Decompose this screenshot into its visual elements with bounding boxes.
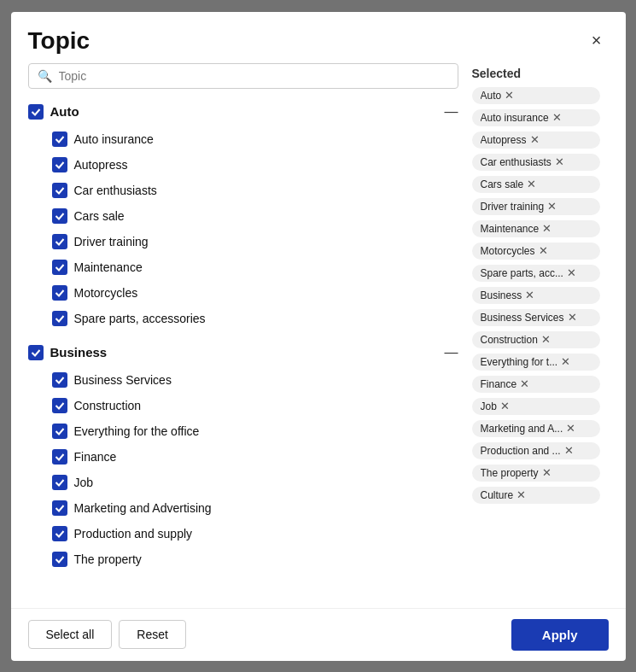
tag-remove-button[interactable]: ✕ bbox=[500, 400, 510, 412]
item-checkbox[interactable] bbox=[52, 475, 67, 490]
selected-tag: Auto insurance ✕ bbox=[472, 109, 600, 126]
tag-remove-button[interactable]: ✕ bbox=[564, 445, 574, 456]
search-box[interactable]: 🔍 bbox=[28, 63, 458, 89]
tag-text: Culture bbox=[481, 489, 514, 501]
item-checkbox[interactable] bbox=[52, 449, 67, 465]
tree-item[interactable]: Job bbox=[52, 470, 458, 495]
group-label-business: Business bbox=[50, 345, 441, 359]
item-checkbox[interactable] bbox=[52, 208, 67, 224]
tag-remove-button[interactable]: ✕ bbox=[566, 423, 575, 434]
item-checkbox[interactable] bbox=[52, 500, 67, 516]
tag-remove-button[interactable]: ✕ bbox=[530, 134, 540, 145]
tree-item[interactable]: Driver training bbox=[52, 229, 458, 254]
tag-remove-button[interactable]: ✕ bbox=[516, 489, 526, 500]
checkbox-auto[interactable] bbox=[28, 104, 44, 120]
item-label: Finance bbox=[74, 450, 117, 464]
group-auto[interactable]: Auto — Auto insurance Autopress Car enth… bbox=[28, 97, 458, 331]
tag-remove-button[interactable]: ✕ bbox=[505, 90, 514, 101]
tree-item[interactable]: Maintenance bbox=[52, 254, 458, 280]
group-children-business: Business Services Construction Everythin… bbox=[28, 367, 458, 572]
selected-tag: Driver training ✕ bbox=[472, 198, 600, 215]
tag-remove-button[interactable]: ✕ bbox=[542, 223, 551, 234]
tree-item[interactable]: Marketing and Advertising bbox=[52, 495, 458, 521]
tag-remove-button[interactable]: ✕ bbox=[527, 178, 536, 190]
item-checkbox[interactable] bbox=[52, 183, 67, 198]
tag-text: Car enthusiasts bbox=[481, 156, 551, 168]
tag-remove-button[interactable]: ✕ bbox=[568, 312, 577, 323]
tag-remove-button[interactable]: ✕ bbox=[520, 378, 529, 389]
item-checkbox[interactable] bbox=[52, 131, 67, 147]
group-header-business[interactable]: Business — bbox=[28, 338, 458, 367]
footer-left: Select all Reset bbox=[28, 620, 186, 649]
tree-item[interactable]: Production and supply bbox=[52, 521, 458, 546]
tree-item[interactable]: Construction bbox=[52, 393, 458, 418]
selected-tag: Business ✕ bbox=[472, 287, 600, 304]
tag-text: Production and ... bbox=[481, 445, 561, 457]
item-checkbox[interactable] bbox=[52, 311, 67, 326]
tag-remove-button[interactable]: ✕ bbox=[525, 289, 534, 301]
collapse-icon-business[interactable]: — bbox=[445, 345, 458, 360]
selected-tag: Business Services ✕ bbox=[472, 309, 600, 326]
item-checkbox[interactable] bbox=[52, 398, 67, 413]
topic-tree: Auto — Auto insurance Autopress Car enth… bbox=[28, 97, 458, 608]
item-label: Production and supply bbox=[74, 527, 193, 541]
selected-tag: Auto ✕ bbox=[472, 87, 600, 104]
tree-item[interactable]: Motorcycles bbox=[52, 280, 458, 306]
select-all-button[interactable]: Select all bbox=[28, 620, 113, 649]
search-icon: 🔍 bbox=[38, 69, 52, 83]
tree-item[interactable]: Spare parts, accessories bbox=[52, 306, 458, 331]
tree-item[interactable]: Cars sale bbox=[52, 203, 458, 229]
item-checkbox[interactable] bbox=[52, 526, 67, 541]
apply-button[interactable]: Apply bbox=[511, 619, 609, 651]
tag-text: The property bbox=[481, 467, 539, 479]
tag-text: Auto bbox=[481, 90, 502, 102]
group-label-auto: Auto bbox=[50, 104, 441, 119]
tree-item[interactable]: Autopress bbox=[52, 152, 458, 178]
selected-tag: Motorcycles ✕ bbox=[472, 243, 600, 260]
tree-item[interactable]: Car enthusiasts bbox=[52, 178, 458, 203]
selected-tag: The property ✕ bbox=[472, 465, 600, 482]
tag-remove-button[interactable]: ✕ bbox=[539, 245, 548, 256]
tree-item[interactable]: Finance bbox=[52, 444, 458, 470]
tag-remove-button[interactable]: ✕ bbox=[555, 156, 564, 167]
search-input[interactable] bbox=[59, 69, 449, 83]
selected-tag: Culture ✕ bbox=[472, 487, 600, 504]
tree-item[interactable]: Business Services bbox=[52, 367, 458, 393]
item-label: Construction bbox=[74, 399, 142, 412]
item-checkbox[interactable] bbox=[52, 234, 67, 249]
collapse-icon-auto[interactable]: — bbox=[445, 104, 458, 120]
tree-item[interactable]: Auto insurance bbox=[52, 126, 458, 152]
tag-remove-button[interactable]: ✕ bbox=[542, 467, 551, 478]
item-checkbox[interactable] bbox=[52, 285, 67, 301]
close-button[interactable]: × bbox=[585, 27, 609, 54]
tag-text: Marketing and A... bbox=[481, 423, 563, 435]
tag-text: Business Services bbox=[481, 312, 564, 324]
tag-text: Business bbox=[481, 289, 522, 301]
item-label: Autopress bbox=[74, 158, 128, 172]
tag-remove-button[interactable]: ✕ bbox=[561, 356, 570, 367]
selected-tag: Marketing and A... ✕ bbox=[472, 420, 600, 437]
tree-item[interactable]: The property bbox=[52, 546, 458, 572]
checkbox-business[interactable] bbox=[28, 345, 44, 360]
item-checkbox[interactable] bbox=[52, 260, 67, 275]
item-label: Marketing and Advertising bbox=[74, 501, 212, 515]
item-checkbox[interactable] bbox=[52, 552, 67, 567]
tag-remove-button[interactable]: ✕ bbox=[552, 112, 562, 123]
item-checkbox[interactable] bbox=[52, 424, 67, 439]
tag-text: Job bbox=[481, 400, 497, 412]
tag-remove-button[interactable]: ✕ bbox=[547, 201, 557, 212]
tag-remove-button[interactable]: ✕ bbox=[567, 267, 576, 278]
item-label: Everything for the office bbox=[74, 424, 200, 438]
tag-remove-button[interactable]: ✕ bbox=[541, 334, 551, 345]
selected-tag: Maintenance ✕ bbox=[472, 220, 600, 237]
item-label: Motorcycles bbox=[74, 286, 138, 300]
selected-tag: Production and ... ✕ bbox=[472, 442, 600, 459]
item-label: Driver training bbox=[74, 235, 149, 248]
item-label: The property bbox=[74, 552, 142, 566]
tree-item[interactable]: Everything for the office bbox=[52, 418, 458, 444]
reset-button[interactable]: Reset bbox=[119, 620, 186, 649]
group-header-auto[interactable]: Auto — bbox=[28, 97, 458, 126]
item-checkbox[interactable] bbox=[52, 157, 67, 172]
group-business[interactable]: Business — Business Services Constructio… bbox=[28, 338, 458, 572]
item-checkbox[interactable] bbox=[52, 372, 67, 388]
